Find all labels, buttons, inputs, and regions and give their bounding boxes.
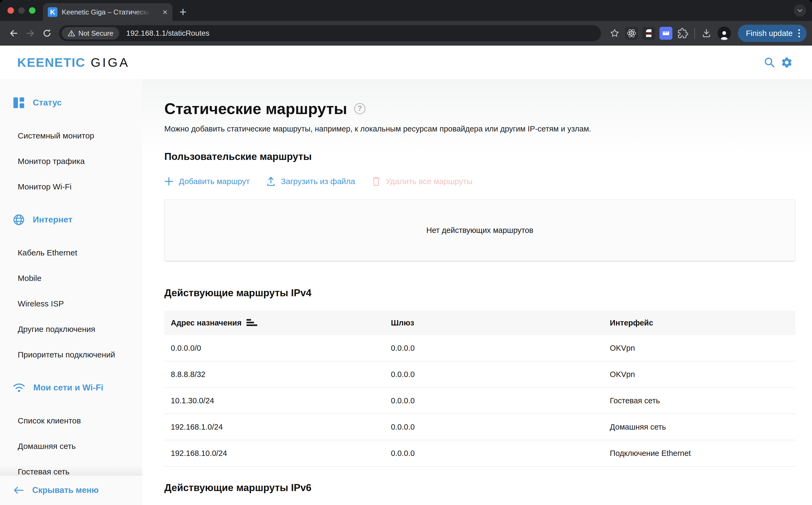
cell-destination: 8.8.8.8/32 (164, 370, 391, 379)
search-icon[interactable] (761, 54, 778, 71)
extension-react-devtools-icon[interactable] (625, 27, 638, 40)
cell-gateway: 0.0.0.0 (391, 396, 610, 405)
cell-destination: 0.0.0.0/0 (164, 344, 391, 353)
wifi-icon (13, 383, 25, 393)
page-title: Статические маршруты (164, 100, 347, 118)
plus-icon (164, 177, 173, 186)
back-icon[interactable] (5, 25, 22, 42)
gear-icon[interactable] (778, 54, 795, 71)
browser-tab[interactable]: K Keenetic Giga – Статические × (43, 3, 172, 21)
delete-all-routes-button[interactable]: Удалить все маршруты (372, 176, 472, 186)
keenetic-logo[interactable]: KEENETIC GIGA (17, 55, 130, 70)
sidebar-item-status[interactable]: Статус (0, 90, 142, 115)
browser-toolbar: Not Secure 192.168.1.1/staticRoutes Fini… (0, 21, 812, 46)
kebab-menu-icon (798, 29, 800, 38)
minimize-window-button[interactable] (18, 7, 25, 14)
forward-icon[interactable] (22, 25, 39, 42)
security-label: Not Secure (79, 29, 113, 37)
user-routes-heading: Пользовательские маршруты (164, 151, 795, 162)
table-row[interactable]: 0.0.0.0/0 0.0.0.0 OKVpn (164, 335, 795, 361)
address-bar[interactable]: Not Secure 192.168.1.1/staticRoutes (59, 25, 601, 41)
sidebar-section-status: Статус Системный монитор Монитор трафика… (0, 90, 142, 199)
site-security-chip[interactable]: Not Secure (62, 27, 119, 39)
window-controls (7, 7, 35, 14)
ipv4-routes-heading: Действующие маршруты IPv4 (164, 287, 795, 299)
app-header: KEENETIC GIGA (0, 46, 812, 79)
sidebar-item-connection-priorities[interactable]: Приоритеты подключений (0, 342, 142, 367)
sidebar-item-my-networks[interactable]: Мои сети и Wi-Fi (0, 375, 142, 400)
sidebar-item-system-monitor[interactable]: Системный монитор (0, 123, 142, 148)
toolbar-divider (694, 28, 695, 39)
tab-strip: K Keenetic Giga – Статические × + (0, 0, 812, 21)
column-interface: Интерфейс (610, 319, 795, 327)
extensions-puzzle-icon[interactable] (675, 25, 691, 42)
cell-interface: OKVpn (610, 370, 795, 379)
sidebar-item-other-connections[interactable]: Другие подключения (0, 316, 142, 342)
column-gateway: Шлюз (391, 319, 610, 327)
upload-icon (266, 177, 275, 186)
profile-avatar[interactable] (717, 27, 731, 40)
hide-menu-button[interactable]: Скрывать меню (0, 475, 142, 505)
tab-close-icon[interactable]: × (162, 8, 167, 16)
sidebar-item-traffic-monitor[interactable]: Монитор трафика (0, 148, 142, 174)
cell-destination: 10.1.30.0/24 (164, 396, 391, 405)
sidebar-item-client-list[interactable]: Список клиентов (0, 408, 142, 433)
bookmark-star-icon[interactable] (606, 25, 623, 42)
downloads-icon[interactable] (698, 25, 715, 42)
zoom-window-button[interactable] (29, 7, 35, 14)
finish-update-button[interactable]: Finish update (738, 25, 807, 42)
user-routes-empty-state: Нет действующих маршрутов (164, 199, 795, 262)
upload-from-file-button[interactable]: Загрузить из файла (266, 177, 355, 186)
cell-destination: 192.168.1.0/24 (164, 423, 391, 432)
sidebar-section-label: Интернет (33, 215, 73, 224)
sidebar: Статус Системный монитор Монитор трафика… (0, 79, 142, 505)
cell-gateway: 0.0.0.0 (391, 370, 610, 379)
brand-secondary: GIGA (91, 55, 130, 70)
sidebar-section-label: Мои сети и Wi-Fi (33, 383, 103, 392)
cell-interface: OKVpn (610, 344, 795, 353)
cell-interface: Домашняя сеть (610, 423, 795, 432)
brand-primary: KEENETIC (17, 55, 86, 70)
static-routes-page: Статические маршруты ? Можно добавить ст… (142, 79, 812, 505)
sidebar-item-wifi-monitor[interactable]: Монитор Wi-Fi (0, 174, 142, 199)
cell-destination: 192.168.10.0/24 (164, 449, 391, 458)
extension-ruler-icon[interactable] (660, 27, 672, 40)
cell-interface: Гостевая сеть (610, 396, 795, 405)
table-row[interactable]: 192.168.10.0/24 0.0.0.0 Подключение Ethe… (164, 440, 795, 467)
delete-all-routes-label: Удалить все маршруты (386, 177, 472, 186)
ipv6-routes-heading: Действующие маршруты IPv6 (164, 482, 795, 493)
reload-icon[interactable] (39, 25, 55, 42)
sidebar-item-home-network[interactable]: Домашняя сеть (0, 433, 142, 459)
sidebar-section-internet: Интернет Кабель Ethernet Mobile Wireless… (0, 207, 142, 367)
table-header-row: Адрес назначения Шлюз Интерфейс (164, 311, 795, 335)
cell-gateway: 0.0.0.0 (391, 449, 610, 458)
sidebar-item-ethernet-cable[interactable]: Кабель Ethernet (0, 240, 142, 266)
trash-icon (372, 176, 381, 186)
table-row[interactable]: 10.1.30.0/24 0.0.0.0 Гостевая сеть (164, 388, 795, 414)
page-subtitle: Можно добавить статические маршруты, нап… (164, 125, 795, 133)
sidebar-item-internet[interactable]: Интернет (0, 207, 142, 232)
add-route-button[interactable]: Добавить маршрут (164, 177, 250, 186)
help-icon[interactable]: ? (354, 103, 366, 114)
warning-triangle-icon (67, 29, 75, 37)
table-row[interactable]: 192.168.1.0/24 0.0.0.0 Домашняя сеть (164, 414, 795, 440)
extension-json-viewer-icon[interactable] (642, 27, 655, 40)
table-row[interactable]: 8.8.8.8/32 0.0.0.0 OKVpn (164, 361, 795, 388)
new-tab-button[interactable]: + (179, 4, 186, 20)
close-window-button[interactable] (7, 7, 14, 14)
hide-menu-label: Скрывать меню (32, 485, 99, 495)
cell-interface: Подключение Ethernet (610, 449, 795, 458)
cell-gateway: 0.0.0.0 (391, 344, 610, 353)
tab-search-chevron-icon[interactable] (794, 4, 806, 17)
sort-icon[interactable] (247, 319, 257, 327)
left-arrow-icon (13, 486, 24, 494)
ipv4-routes-table: Адрес назначения Шлюз Интерфейс 0.0.0.0/… (164, 311, 795, 467)
browser-window: K Keenetic Giga – Статические × + Not Se… (0, 0, 812, 505)
sidebar-item-wireless-isp[interactable]: Wireless ISP (0, 291, 142, 316)
tab-favicon: K (48, 7, 57, 17)
url-text[interactable]: 192.168.1.1/staticRoutes (126, 29, 210, 37)
empty-state-text: Нет действующих маршрутов (426, 226, 533, 235)
column-destination: Адрес назначения (171, 319, 242, 327)
sidebar-item-mobile[interactable]: Mobile (0, 266, 142, 291)
finish-update-label: Finish update (746, 29, 793, 38)
